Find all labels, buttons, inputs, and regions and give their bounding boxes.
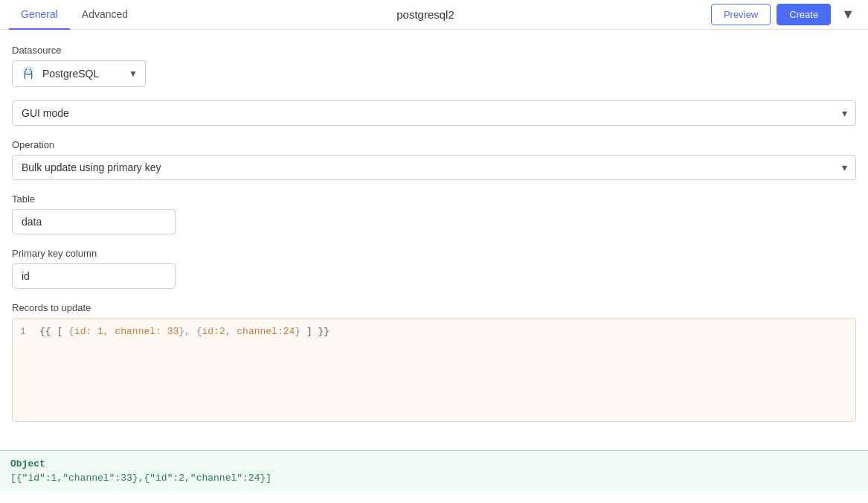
- code-line-1: 1 {{ [ {id: 1, channel: 33}, {id:2, chan…: [20, 326, 848, 337]
- output-type: Object: [10, 458, 858, 470]
- datasource-label: Datasource: [12, 45, 856, 56]
- content-area: Datasource PostgreSQL ▼ GUI mode Operati…: [0, 30, 868, 450]
- header: General Advanced postgresql2 Preview Cre…: [0, 0, 868, 30]
- table-label: Table: [12, 193, 856, 205]
- svg-point-1: [25, 68, 27, 70]
- operation-select[interactable]: Bulk update using primary key: [12, 155, 856, 180]
- page-title: postgresql2: [140, 8, 711, 21]
- datasource-value: PostgreSQL: [42, 68, 123, 80]
- create-button[interactable]: Create: [777, 4, 831, 25]
- operation-label: Operation: [12, 139, 856, 150]
- primary-key-field: Primary key column: [12, 248, 856, 289]
- postgresql-icon: [20, 65, 36, 82]
- tab-advanced[interactable]: Advanced: [70, 0, 140, 30]
- dropdown-chevron-icon: ▼: [129, 68, 138, 79]
- output-value: [{"id":1,"channel":33},{"id":2,"channel"…: [10, 472, 858, 484]
- chevron-down-icon[interactable]: ▼: [837, 4, 859, 25]
- mode-field: GUI mode: [12, 100, 856, 126]
- mode-select-wrapper: GUI mode: [12, 100, 856, 126]
- line-number: 1: [20, 326, 32, 337]
- tab-general[interactable]: General: [9, 0, 70, 30]
- primary-key-input[interactable]: [12, 263, 176, 289]
- svg-point-2: [30, 68, 31, 70]
- code-text: {{ [ {id: 1, channel: 33}, {id:2, channe…: [39, 326, 329, 337]
- operation-field: Operation Bulk update using primary key: [12, 139, 856, 180]
- records-label: Records to update: [12, 302, 856, 313]
- records-editor[interactable]: 1 {{ [ {id: 1, channel: 33}, {id:2, chan…: [12, 318, 856, 422]
- preview-button[interactable]: Preview: [711, 4, 771, 25]
- operation-select-wrapper: Bulk update using primary key: [12, 155, 856, 180]
- records-field: Records to update 1 {{ [ {id: 1, channel…: [12, 302, 856, 422]
- header-actions: Preview Create ▼: [711, 4, 859, 25]
- mode-select[interactable]: GUI mode: [12, 100, 856, 126]
- datasource-dropdown[interactable]: PostgreSQL ▼: [12, 60, 146, 87]
- table-field: Table: [12, 193, 856, 234]
- output-area: Object [{"id":1,"channel":33},{"id":2,"c…: [0, 450, 868, 491]
- datasource-field: Datasource PostgreSQL ▼: [12, 45, 856, 87]
- table-input[interactable]: [12, 209, 176, 234]
- primary-key-label: Primary key column: [12, 248, 856, 259]
